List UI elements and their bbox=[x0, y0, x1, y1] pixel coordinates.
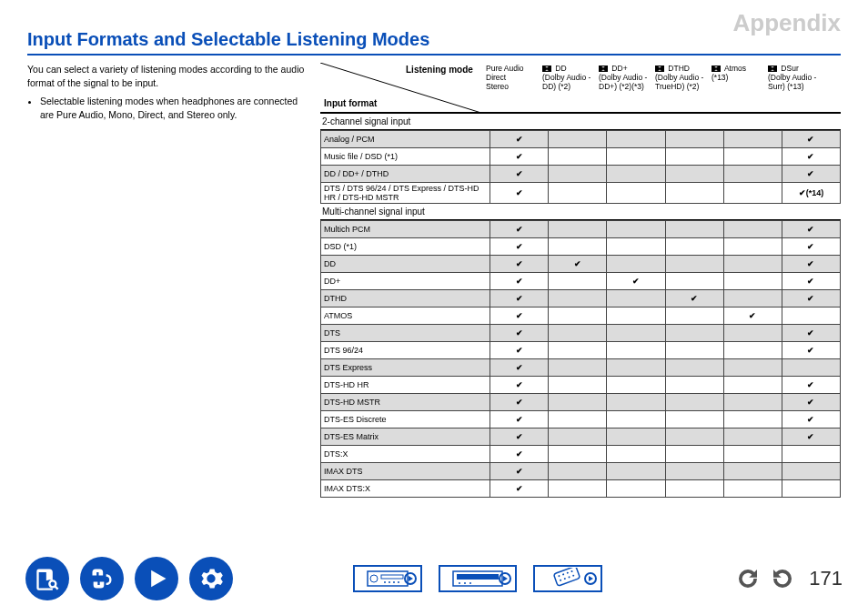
cell bbox=[665, 273, 723, 290]
cell bbox=[723, 480, 782, 498]
cell: ✔ bbox=[490, 308, 549, 325]
cell bbox=[782, 359, 840, 377]
row-name: DTS / DTS 96/24 / DTS Express / DTS-HD H… bbox=[321, 183, 490, 204]
cell bbox=[723, 394, 782, 411]
row-name: Music file / DSD (*1) bbox=[321, 148, 490, 166]
table-row: DD✔✔✔ bbox=[321, 256, 841, 273]
receiver-front-icon[interactable] bbox=[353, 565, 422, 592]
cell bbox=[665, 238, 723, 256]
listening-mode-label: Listening mode bbox=[406, 65, 473, 75]
cell bbox=[549, 273, 607, 290]
receiver-display-icon[interactable] bbox=[439, 565, 517, 592]
cell: ✔ bbox=[782, 273, 840, 290]
cell: ✔ bbox=[490, 131, 549, 148]
svg-point-22 bbox=[564, 578, 567, 580]
cell bbox=[665, 342, 723, 359]
table-row: Analog / PCM✔✔ bbox=[321, 131, 841, 148]
cell bbox=[723, 183, 782, 204]
cell bbox=[665, 325, 723, 342]
cell bbox=[607, 148, 665, 166]
cell: ✔ bbox=[490, 394, 549, 411]
cell bbox=[723, 148, 782, 166]
cell: ✔ bbox=[490, 411, 549, 428]
back-icon[interactable] bbox=[734, 565, 762, 592]
table-row: DTS-HD MSTR✔✔ bbox=[321, 394, 841, 411]
svg-point-24 bbox=[572, 574, 575, 577]
cell bbox=[549, 166, 607, 183]
cell: ✔ bbox=[490, 221, 549, 238]
cell: ✔ bbox=[490, 256, 549, 273]
svg-point-20 bbox=[570, 570, 573, 573]
cell bbox=[723, 446, 782, 463]
book-search-icon[interactable] bbox=[25, 557, 69, 600]
cell bbox=[607, 183, 665, 204]
cell bbox=[723, 290, 782, 308]
cell bbox=[607, 166, 665, 183]
play-icon[interactable] bbox=[135, 557, 178, 600]
cell: ✔ bbox=[782, 221, 840, 238]
cell bbox=[782, 308, 840, 325]
cell bbox=[549, 411, 607, 428]
row-name: DSD (*1) bbox=[321, 238, 490, 256]
cell: ✔ bbox=[490, 148, 549, 166]
intro-text: You can select a variety of listening mo… bbox=[27, 63, 309, 498]
row-name: DTS-HD MSTR bbox=[321, 394, 490, 411]
gear-icon[interactable] bbox=[189, 557, 233, 600]
svg-point-23 bbox=[568, 576, 570, 579]
cell bbox=[665, 463, 723, 480]
footer-nav: 171 bbox=[0, 549, 868, 608]
cell bbox=[607, 359, 665, 377]
input-format-label: Input format bbox=[324, 98, 377, 108]
svg-point-7 bbox=[384, 581, 386, 583]
cell bbox=[607, 131, 665, 148]
forward-icon[interactable] bbox=[769, 565, 796, 592]
cell: ✔ bbox=[490, 463, 549, 480]
cables-icon[interactable] bbox=[80, 557, 124, 600]
section-header: Multi-channel signal input bbox=[320, 204, 841, 220]
cell bbox=[665, 446, 723, 463]
cell bbox=[549, 463, 607, 480]
cell: ✔(*14) bbox=[782, 183, 840, 204]
column-header: DTHD(Dolby Audio - TrueHD) (*2) bbox=[653, 63, 710, 112]
cell bbox=[665, 394, 723, 411]
column-header: DSur(Dolby Audio - Surr) (*13) bbox=[766, 63, 823, 112]
remote-icon[interactable] bbox=[533, 565, 602, 592]
cell bbox=[549, 290, 607, 308]
page-number: 171 bbox=[809, 567, 843, 590]
svg-point-5 bbox=[370, 575, 378, 582]
cell bbox=[723, 428, 782, 446]
svg-point-9 bbox=[393, 581, 395, 583]
svg-point-19 bbox=[567, 571, 570, 574]
cell bbox=[549, 183, 607, 204]
cell bbox=[607, 342, 665, 359]
column-header: Pure AudioDirectStereo bbox=[484, 63, 540, 112]
table-row: Music file / DSD (*1)✔✔ bbox=[321, 148, 841, 166]
row-name: DTS:X bbox=[321, 446, 490, 463]
row-name: ATMOS bbox=[321, 308, 490, 325]
section-header: 2-channel signal input bbox=[320, 114, 841, 130]
cell: ✔ bbox=[782, 238, 840, 256]
cell bbox=[665, 131, 723, 148]
cell bbox=[607, 480, 665, 498]
cell bbox=[549, 428, 607, 446]
svg-rect-6 bbox=[381, 575, 403, 579]
cell bbox=[723, 273, 782, 290]
row-name: DD+ bbox=[321, 273, 490, 290]
svg-point-18 bbox=[562, 573, 565, 576]
cell bbox=[549, 238, 607, 256]
cell bbox=[723, 166, 782, 183]
cell bbox=[607, 238, 665, 256]
svg-point-15 bbox=[469, 582, 471, 584]
cell bbox=[665, 480, 723, 498]
cell bbox=[607, 428, 665, 446]
cell bbox=[723, 359, 782, 377]
cell bbox=[723, 221, 782, 238]
row-name: Multich PCM bbox=[321, 221, 490, 238]
svg-rect-12 bbox=[457, 574, 499, 580]
column-header: DD+(Dolby Audio - DD+) (*2)(*3) bbox=[597, 63, 653, 112]
cell bbox=[549, 148, 607, 166]
cell bbox=[665, 428, 723, 446]
table-row: DTS 96/24✔✔ bbox=[321, 342, 841, 359]
cell bbox=[782, 446, 840, 463]
cell: ✔ bbox=[782, 394, 840, 411]
